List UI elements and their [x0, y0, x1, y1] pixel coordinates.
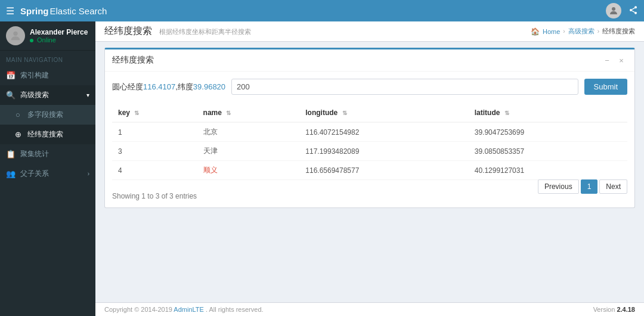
- cell-key: 3: [112, 142, 197, 161]
- breadcrumb-home[interactable]: Home: [543, 28, 560, 35]
- search-label: 圆心经度116.4107,纬度39.96820: [112, 82, 225, 92]
- cell-longitude: 117.1993482089: [299, 142, 468, 161]
- nav-sub-advanced: ○ 多字段搜索 ⊕ 经纬度搜索: [0, 105, 95, 144]
- svg-line-4: [632, 11, 635, 13]
- content-wrapper: 经纬度搜索 根据经纬度坐标和距离半径搜索 🏠 Home › 高级搜索 › 经纬度…: [95, 21, 644, 316]
- sidebar-item-parent-child[interactable]: 👥 父子关系 ›: [0, 164, 95, 184]
- nav-label: MAIN NAVIGATION: [0, 51, 95, 66]
- share-icon[interactable]: [628, 5, 638, 17]
- box-tools: − ×: [601, 54, 627, 66]
- sidebar: Alexander Pierce Online MAIN NAVIGATION …: [0, 21, 95, 316]
- sort-icon-latitude[interactable]: ⇅: [504, 110, 509, 116]
- app-title-spring: Spring: [20, 6, 49, 16]
- main-content: 经纬度搜索 − × 圆心经度116.4107,纬度39.96820 Submit: [95, 42, 644, 302]
- chart-icon: 📋: [6, 150, 16, 159]
- pagination-controls: Previous 1 Next: [538, 179, 627, 194]
- page-subtitle: 根据经纬度坐标和距离半径搜索: [159, 28, 251, 35]
- navbar-right: [606, 3, 638, 18]
- minimize-button[interactable]: −: [601, 54, 613, 66]
- svg-point-2: [630, 9, 632, 11]
- cell-latitude: 39.9047253699: [469, 122, 627, 142]
- chevron-right-icon: ›: [88, 171, 89, 177]
- plus-circle-icon: ⊕: [13, 130, 23, 139]
- svg-point-6: [13, 32, 17, 36]
- sidebar-item-advanced-label: 高级搜索: [20, 90, 49, 100]
- cell-name: 天津: [197, 142, 300, 161]
- table-row: 4顺义116.656947857740.1299127031: [112, 161, 627, 180]
- avatar[interactable]: [606, 3, 621, 18]
- sort-icon-key[interactable]: ⇅: [134, 110, 139, 116]
- calendar-icon: 📅: [6, 71, 16, 80]
- breadcrumb: 🏠 Home › 高级搜索 › 经纬度搜索: [531, 27, 635, 36]
- home-icon: 🏠: [531, 27, 540, 36]
- search-box: 经纬度搜索 − × 圆心经度116.4107,纬度39.96820 Submit: [104, 48, 635, 208]
- content-header: 经纬度搜索 根据经纬度坐标和距离半径搜索 🏠 Home › 高级搜索 › 经纬度…: [95, 21, 644, 42]
- status-dot: [30, 39, 33, 42]
- box-header: 经纬度搜索 − ×: [105, 49, 634, 72]
- col-key: key ⇅: [112, 104, 197, 122]
- sidebar-item-parent-label: 父子关系: [20, 169, 49, 179]
- main-navigation: 📅 索引构建 🔍 高级搜索 ▾ ○ 多字段搜索 ⊕ 经纬度搜索: [0, 66, 95, 184]
- page-1-button[interactable]: 1: [581, 179, 598, 194]
- breadcrumb-current: 经纬度搜索: [602, 27, 635, 36]
- sidebar-item-index[interactable]: 📅 索引构建: [0, 66, 95, 85]
- cell-longitude: 116.6569478577: [299, 161, 468, 180]
- svg-point-3: [634, 11, 637, 14]
- user-name: Alexander Pierce: [30, 28, 88, 36]
- app-title: Spring Elastic Search: [20, 6, 107, 16]
- search-icon: 🔍: [6, 91, 16, 100]
- app-title-elastic: Elastic Search: [50, 6, 107, 16]
- breadcrumb-parent[interactable]: 高级搜索: [568, 27, 595, 36]
- box-title: 经纬度搜索: [112, 55, 154, 66]
- footer: Copyright © 2014-2019 AdminLTE . All rig…: [95, 302, 644, 316]
- sidebar-item-cluster[interactable]: 📋 聚集统计: [0, 144, 95, 164]
- circle-icon: ○: [13, 110, 23, 119]
- table-row: 1北京116.407215498239.9047253699: [112, 122, 627, 142]
- sidebar-item-geo-label: 经纬度搜索: [27, 129, 63, 140]
- table-body: 1北京116.407215498239.90472536993天津117.199…: [112, 122, 627, 180]
- previous-button[interactable]: Previous: [538, 179, 579, 194]
- svg-point-1: [634, 6, 637, 8]
- user-status: Online: [30, 36, 88, 44]
- next-button[interactable]: Next: [599, 179, 627, 194]
- box-body: 圆心经度116.4107,纬度39.96820 Submit key ⇅: [105, 72, 634, 207]
- sidebar-item-index-label: 索引构建: [20, 70, 49, 80]
- pagination-info: Showing 1 to 3 of 3 entries: [112, 192, 197, 200]
- page-title: 经纬度搜索 根据经纬度坐标和距离半径搜索: [104, 25, 251, 38]
- cell-key: 4: [112, 161, 197, 180]
- footer-copyright: Copyright © 2014-2019 AdminLTE . All rig…: [104, 306, 264, 313]
- chevron-down-icon: ▾: [86, 92, 89, 98]
- table-header-row: key ⇅ name ⇅ longitude ⇅: [112, 104, 627, 122]
- sidebar-item-advanced-search[interactable]: 🔍 高级搜索 ▾: [0, 85, 95, 105]
- users-icon: 👥: [6, 169, 16, 178]
- cell-name: 顺义: [197, 161, 300, 180]
- user-info: Alexander Pierce Online: [30, 28, 88, 44]
- avatar: [6, 26, 25, 45]
- col-longitude: longitude ⇅: [299, 104, 468, 122]
- sidebar-item-multi-label: 多字段搜索: [27, 110, 63, 120]
- close-button[interactable]: ×: [615, 54, 627, 66]
- radius-input[interactable]: [231, 79, 578, 95]
- results-table: key ⇅ name ⇅ longitude ⇅: [112, 104, 627, 180]
- cell-longitude: 116.4072154982: [299, 122, 468, 142]
- navbar: ☰ Spring Elastic Search: [0, 0, 644, 21]
- cell-key: 1: [112, 122, 197, 142]
- sort-icon-name[interactable]: ⇅: [226, 110, 231, 116]
- menu-icon[interactable]: ☰: [6, 5, 14, 17]
- sidebar-item-multi-search[interactable]: ○ 多字段搜索: [0, 105, 95, 125]
- sidebar-item-geo-search[interactable]: ⊕ 经纬度搜索: [0, 125, 95, 144]
- svg-point-0: [612, 7, 615, 11]
- cell-latitude: 40.1299127031: [469, 161, 627, 180]
- sidebar-item-cluster-label: 聚集统计: [20, 149, 49, 159]
- user-panel: Alexander Pierce Online: [0, 21, 95, 51]
- footer-link[interactable]: AdminLTE: [174, 306, 204, 313]
- col-latitude: latitude ⇅: [469, 104, 627, 122]
- cell-latitude: 39.0850853357: [469, 142, 627, 161]
- sort-icon-longitude[interactable]: ⇅: [342, 110, 347, 116]
- cell-name: 北京: [197, 122, 300, 142]
- col-name: name ⇅: [197, 104, 300, 122]
- submit-button[interactable]: Submit: [584, 79, 627, 95]
- version-info: Version 2.4.18: [593, 306, 635, 313]
- table-row: 3天津117.199348208939.0850853357: [112, 142, 627, 161]
- search-form: 圆心经度116.4107,纬度39.96820 Submit: [112, 79, 627, 95]
